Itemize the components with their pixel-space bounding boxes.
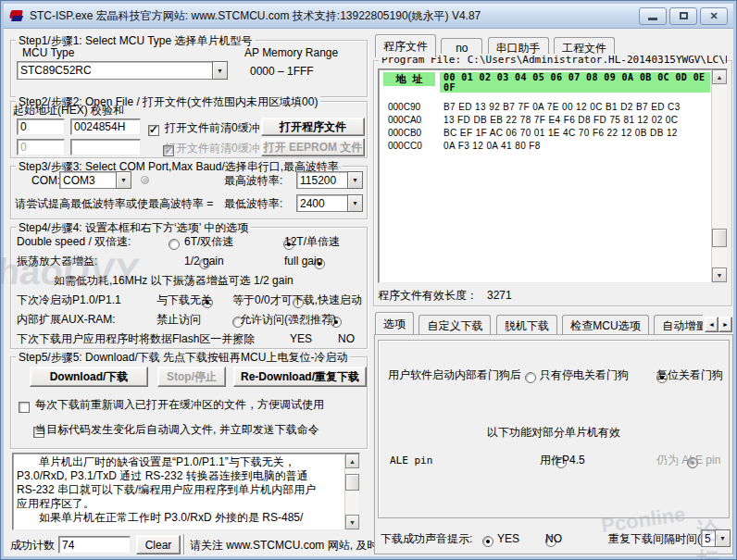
footer-notice: 请关注 www.STCMCU.com 网站, 及时升级 xyxy=(190,539,400,553)
min-baud-select[interactable]: 2400 ▼ xyxy=(296,194,363,212)
step2-column-labels: 起始地址(HEX) 校验和 xyxy=(13,104,124,118)
hex-row-bytes: BC EF 1F AC 06 70 01 1E 4C 70 F6 22 12 0… xyxy=(443,127,681,140)
gain-label: 振荡放大器增益: xyxy=(17,255,97,268)
hex-row-bytes: 0A F3 12 0A 41 80 F8 xyxy=(443,140,681,153)
tab-auto-increment[interactable]: 自动增量 xyxy=(654,315,703,334)
chevron-down-icon[interactable]: ▼ xyxy=(116,171,131,189)
com-port-select[interactable]: COM3 ▼ xyxy=(59,171,131,189)
hex-row-addr: 000CA0 xyxy=(388,114,422,127)
mcu-type-select[interactable]: STC89C52RC ▼ xyxy=(17,61,228,80)
hex-row-addr: 000CB0 xyxy=(388,127,422,140)
close-icon: ✕ xyxy=(709,11,718,21)
auxram-forbid-label: 禁止访问 xyxy=(156,313,201,327)
sound-yes-label: YES xyxy=(497,532,519,546)
hex-viewer[interactable]: 地 址 00 01 02 03 04 05 06 07 08 09 0A 0B … xyxy=(378,68,728,283)
tab-scroll-left-icon[interactable]: ◄ xyxy=(705,317,718,332)
download-button[interactable]: Download/下载 xyxy=(30,367,148,387)
sound-no-label: NO xyxy=(545,532,562,546)
hex-scrollbar[interactable]: ▲ ▼ xyxy=(711,69,727,282)
hex-bytes-column: B7 ED 13 92 B7 7F 0A 7E 00 12 0C B1 D2 B… xyxy=(443,101,681,153)
eeprom-clear-buffer-label: 打开文件前清0缓冲 xyxy=(165,142,260,156)
redownload-button[interactable]: Re-Download/重复下载 xyxy=(233,367,367,387)
reload-before-download-label: 每次下载前重新调入已打开在缓冲区的文件，方便调试使用 xyxy=(35,398,324,412)
chevron-down-icon[interactable]: ▼ xyxy=(347,194,363,212)
step1-groupbox: Step1/步骤1: Select MCU Type 选择单片机型号 MCU T… xyxy=(10,40,368,97)
hex-row-bytes: 13 FD DB EB 22 78 7F E4 F6 D8 FD 75 81 1… xyxy=(443,114,681,127)
tab-options[interactable]: 选项 xyxy=(375,312,414,334)
step2-groupbox: Step2/步骤2: Open File / 打开文件(文件范围内未用区域填00… xyxy=(10,101,368,158)
help-line: RS-232 串口就可以下载/编程用户应用程序到单片机内部用户 xyxy=(17,483,341,497)
eeprom-checksum-input[interactable] xyxy=(70,139,141,156)
scroll-up-icon[interactable]: ▲ xyxy=(345,454,359,468)
speed-6t-label: 6T/双倍速 xyxy=(184,235,233,249)
tab-offline-download[interactable]: 脱机下载 xyxy=(496,315,557,334)
chevron-down-icon[interactable]: ▼ xyxy=(715,529,731,547)
checksum-input[interactable] xyxy=(70,118,141,135)
program-file-groupbox: Program File: C:\Users\Administrator.HL-… xyxy=(373,60,732,306)
maximize-icon xyxy=(680,12,688,19)
chevron-down-icon[interactable]: ▼ xyxy=(347,171,363,189)
maximize-button[interactable] xyxy=(669,7,697,25)
min-baud-label: 最低波特率: xyxy=(224,197,282,211)
tab-custom-download[interactable]: 自定义下载 xyxy=(418,315,491,334)
interval-label: 重复下载间隔时间(秒) xyxy=(608,532,716,546)
reload-before-download-checkbox[interactable] xyxy=(19,402,30,413)
step4-legend: Step4/步骤4: 设置本框和右下方‘选项’ 中的选项 xyxy=(16,220,251,236)
watchdog-poweroff-radio[interactable] xyxy=(525,372,536,383)
hex-row-addr: 000CC0 xyxy=(388,140,422,153)
scroll-up-icon[interactable]: ▲ xyxy=(712,69,727,84)
scroll-thumb[interactable] xyxy=(345,474,359,491)
app-icon xyxy=(9,8,24,23)
sound-yes-radio[interactable] xyxy=(482,536,493,547)
clear-buffer-checkbox[interactable] xyxy=(148,125,159,136)
help-scrollbar[interactable]: ▲ ▼ xyxy=(344,454,359,529)
success-count-label: 成功计数 xyxy=(10,539,55,553)
hex-header-address: 地 址 xyxy=(383,72,435,86)
auxram-label: 内部扩展AUX-RAM: xyxy=(17,313,116,327)
clear-buffer-label: 打开文件前清0缓冲 xyxy=(165,121,260,135)
coldstart-00-label: 等于0/0才可下载,快速启动 xyxy=(232,293,362,307)
help-line: P3.0/RxD, P3.1/TxD 通过 RS-232 转换器连接到电脑的普通 xyxy=(17,469,341,483)
open-program-file-button[interactable]: 打开程序文件 xyxy=(261,118,365,136)
sound-label: 下载成功声音提示: xyxy=(381,532,472,546)
flash-erase-no-label: NO xyxy=(338,332,355,346)
flash-erase-label: 下次下载用户应用程序时将数据Flash区一并擦除 xyxy=(17,332,255,346)
app-window: STC-ISP.exe 宏晶科技官方网站: www.STCMCU.com 技术支… xyxy=(0,0,737,560)
tab-check-mcu-options[interactable]: 检查MCU选项 xyxy=(562,315,648,334)
max-baud-select[interactable]: 115200 ▼ xyxy=(296,171,363,189)
gain-full-label: full gain xyxy=(284,255,322,268)
speed-6t-radio[interactable] xyxy=(169,239,180,250)
scroll-down-icon[interactable]: ▼ xyxy=(712,268,727,282)
help-textbox[interactable]: 单片机出厂时的缺省设置是“P1.0/P1.1”与下载无关， P3.0/RxD, … xyxy=(12,453,360,530)
interval-select[interactable]: 5 ▼ xyxy=(701,529,731,547)
eeprom-addr-input[interactable] xyxy=(17,139,65,156)
clear-count-button[interactable]: Clear xyxy=(136,535,181,554)
ap-range-value: 0000 – 1FFF xyxy=(250,65,314,79)
tab-program-file[interactable]: 程序文件 xyxy=(375,34,436,57)
scroll-thumb[interactable] xyxy=(712,229,727,247)
tab-scroll-right-icon[interactable]: ► xyxy=(718,317,732,332)
scroll-down-icon[interactable]: ▼ xyxy=(345,515,359,529)
chevron-down-icon[interactable]: ▼ xyxy=(212,61,228,80)
interval-value: 5 xyxy=(701,529,715,547)
ap-range-label: AP Memory Range xyxy=(244,46,338,60)
low-power-note: 如需低功耗,16MHz 以下振荡器增益可选 1/2 gain xyxy=(54,274,294,288)
help-line: 如果单片机在正常工作时 P3.0/RxD 外接的是 RS-485/ xyxy=(17,511,341,525)
minimize-button[interactable] xyxy=(639,7,667,25)
mcu-type-label: MCU Type xyxy=(22,46,74,60)
gain-half-label: 1/2 gain xyxy=(184,255,224,268)
ale-p45-label: 用作P4.5 xyxy=(540,454,585,467)
close-button[interactable]: ✕ xyxy=(700,7,728,25)
success-count-input[interactable] xyxy=(58,536,131,554)
step5-groupbox: Step5/步骤5: Download/下载 先点下载按钮再MCU上电复位-冷启… xyxy=(10,356,368,449)
step5-legend: Step5/步骤5: Download/下载 先点下载按钮再MCU上电复位-冷启… xyxy=(16,350,350,366)
open-eeprom-file-button: 打开 EEPROM 文件 xyxy=(261,138,365,156)
start-addr-input[interactable] xyxy=(17,118,65,135)
coldstart-label: 下次冷启动P1.0/P1.1 xyxy=(17,293,121,307)
window-title: STC-ISP.exe 宏晶科技官方网站: www.STCMCU.com 技术支… xyxy=(30,8,481,24)
watchdog-reset-label: 复位关看门狗 xyxy=(656,368,723,382)
watchdog-label: 用户软件启动内部看门狗后 xyxy=(388,368,521,382)
hex-row-bytes: B7 ED 13 92 B7 7F 0A 7E 00 12 0C B1 D2 B… xyxy=(443,101,681,114)
max-baud-label: 最高波特率: xyxy=(224,174,282,188)
options-inner-panel: 用户软件启动内部看门狗后 只有停电关看门狗 复位关看门狗 以下功能对部分单片机有… xyxy=(378,340,730,518)
